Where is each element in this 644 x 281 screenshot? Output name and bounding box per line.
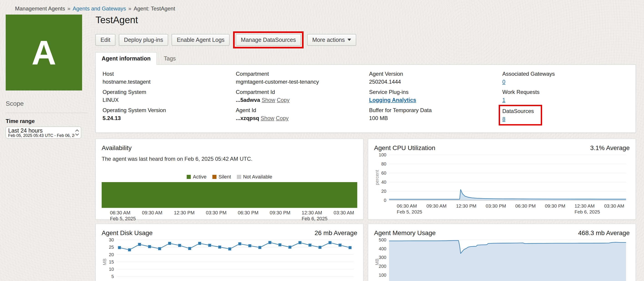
- svg-text:06:30 AM: 06:30 AM: [397, 203, 417, 208]
- caret-down-icon: [348, 39, 351, 41]
- legend-swatch-not-available: [237, 175, 241, 179]
- edit-button[interactable]: Edit: [96, 34, 115, 46]
- legend-item-silent: Silent: [212, 174, 231, 180]
- field-value: 5.24.13: [102, 115, 236, 122]
- field-label: Service Plug-ins: [369, 89, 502, 95]
- info-column-3: Agent Version 250204.1444 Service Plug-i…: [369, 71, 502, 129]
- field-label: Operating System: [102, 89, 236, 95]
- chart-title: Agent Disk Usage: [102, 230, 152, 237]
- field-label: DataSources: [502, 108, 534, 114]
- work-requests-link[interactable]: 1: [502, 97, 505, 103]
- svg-text:20: 20: [381, 189, 386, 194]
- time-range-label: Time range: [6, 118, 96, 124]
- field-compartment: Compartment mgmtagent-customer-test-tena…: [236, 71, 369, 85]
- tab-bar: Agent information Tags: [96, 52, 636, 65]
- breadcrumb-link-agents-and-gateways[interactable]: Agents and Gateways: [73, 6, 126, 12]
- svg-text:500: 500: [379, 238, 386, 242]
- chart-title: Availability: [102, 144, 132, 152]
- svg-text:09:30 PM: 09:30 PM: [545, 203, 565, 208]
- svg-text:400: 400: [379, 246, 386, 251]
- field-value: mgmtagent-customer-test-tenancy: [236, 79, 369, 85]
- svg-text:5: 5: [112, 274, 114, 279]
- svg-text:Feb 5, 2025: Feb 5, 2025: [110, 216, 136, 222]
- disk-usage-card: Agent Disk Usage 26 mb Average 051015202…: [96, 224, 364, 281]
- manage-datasources-button[interactable]: Manage DataSources: [236, 34, 301, 46]
- svg-text:80: 80: [381, 162, 386, 166]
- field-label: Buffer for Temporary Data: [369, 107, 502, 114]
- field-value: LINUX: [102, 97, 236, 103]
- svg-text:03:30 PM: 03:30 PM: [486, 203, 506, 208]
- sidebar: A Scope Time range Last 24 hours Feb 05,…: [0, 14, 96, 281]
- svg-text:300: 300: [379, 255, 386, 260]
- time-range-texts: Last 24 hours Feb 05, 2025 05:43 UTC - F…: [8, 128, 74, 138]
- svg-text:12:30 AM: 12:30 AM: [302, 210, 322, 216]
- svg-text:30: 30: [109, 238, 114, 242]
- field-compartment-id: Compartment Id ...5adwva Show Copy: [236, 89, 369, 103]
- charts-grid: Availability The agent was last heard fr…: [96, 139, 636, 281]
- breadcrumb-item-management-agents: Management Agents: [15, 6, 65, 12]
- avatar-letter: A: [32, 33, 56, 72]
- chart-average: 3.1% Average: [590, 144, 630, 152]
- chart-title: Agent CPU Utilization: [374, 144, 435, 152]
- cpu-utilization-card: Agent CPU Utilization 3.1% Average 02040…: [368, 139, 636, 220]
- show-link[interactable]: Show: [262, 97, 275, 103]
- tab-agent-information[interactable]: Agent information: [96, 52, 157, 65]
- chart-average: 468.3 mb Average: [578, 230, 630, 237]
- availability-legend: Active Silent Not Available: [102, 174, 357, 180]
- svg-text:40: 40: [381, 180, 386, 184]
- field-operating-system-version: Operating System Version 5.24.13: [102, 107, 236, 122]
- deploy-plugins-button[interactable]: Deploy plug-ins: [119, 34, 168, 46]
- chart-average: 26 mb Average: [314, 230, 357, 237]
- field-label: Associated Gateways: [502, 71, 636, 77]
- availability-status-chart: 06:30 AMFeb 5, 202509:30 AM12:30 PM03:30…: [102, 182, 357, 222]
- field-label: Host: [102, 71, 236, 77]
- field-value: 250204.1444: [369, 79, 502, 85]
- copy-link[interactable]: Copy: [277, 97, 290, 103]
- svg-text:06:30 AM: 06:30 AM: [110, 210, 130, 216]
- svg-text:Feb 6, 2025: Feb 6, 2025: [302, 216, 328, 222]
- sidebar-divider: [6, 113, 88, 113]
- field-label: Agent Version: [369, 71, 502, 77]
- svg-text:25: 25: [109, 244, 114, 250]
- field-label: Compartment: [236, 71, 369, 77]
- legend-item-not-available: Not Available: [237, 174, 272, 180]
- memory-usage-card: Agent Memory Usage 468.3 mb Average 0100…: [368, 224, 636, 281]
- associated-gateways-link[interactable]: 0: [502, 79, 505, 85]
- svg-text:100: 100: [379, 272, 386, 278]
- more-actions-button[interactable]: More actions: [307, 34, 356, 46]
- field-service-plugins: Service Plug-ins Logging Analytics: [369, 89, 502, 103]
- svg-text:03:30 PM: 03:30 PM: [206, 210, 226, 216]
- agent-avatar: A: [6, 14, 82, 90]
- enable-agent-logs-button[interactable]: Enable Agent Logs: [172, 34, 230, 46]
- svg-text:60: 60: [381, 170, 386, 176]
- svg-text:06:30 PM: 06:30 PM: [515, 203, 536, 208]
- svg-text:15: 15: [109, 260, 114, 264]
- field-work-requests: Work Requests 1: [502, 89, 636, 103]
- field-value: ...5adwva: [236, 97, 260, 103]
- copy-link[interactable]: Copy: [276, 115, 288, 121]
- time-range-select[interactable]: Last 24 hours Feb 05, 2025 05:43 UTC - F…: [6, 127, 81, 138]
- spinner-chevrons-icon[interactable]: [74, 128, 80, 137]
- field-agent-version: Agent Version 250204.1444: [369, 71, 502, 85]
- cpu-utilization-chart: 020406080100percent06:30 AMFeb 5, 202509…: [374, 153, 630, 214]
- page: Management Agents » Agents and Gateways …: [0, 0, 644, 281]
- svg-text:20: 20: [109, 252, 114, 257]
- main-content: TestAgent Edit Deploy plug-ins Enable Ag…: [96, 14, 636, 281]
- breadcrumb-separator: »: [128, 6, 131, 12]
- field-associated-gateways: Associated Gateways 0: [502, 71, 636, 85]
- show-link[interactable]: Show: [260, 115, 274, 121]
- breadcrumb-separator: »: [67, 6, 70, 12]
- datasources-link[interactable]: 8: [502, 116, 505, 122]
- field-label: Agent Id: [236, 107, 369, 114]
- toolbar: Edit Deploy plug-ins Enable Agent Logs M…: [96, 31, 636, 48]
- tab-tags[interactable]: Tags: [157, 52, 183, 65]
- svg-text:10: 10: [109, 267, 114, 272]
- availability-subtitle: The agent was last heard from on Feb 6, …: [102, 156, 357, 162]
- svg-text:percent: percent: [374, 170, 380, 185]
- chart-title: Agent Memory Usage: [374, 230, 436, 237]
- page-title: TestAgent: [96, 14, 636, 26]
- field-value: hostname.testagent: [102, 79, 236, 85]
- svg-text:Feb 6, 2025: Feb 6, 2025: [574, 209, 600, 214]
- info-column-2: Compartment mgmtagent-customer-test-tena…: [236, 71, 369, 129]
- logging-analytics-link[interactable]: Logging Analytics: [369, 97, 416, 103]
